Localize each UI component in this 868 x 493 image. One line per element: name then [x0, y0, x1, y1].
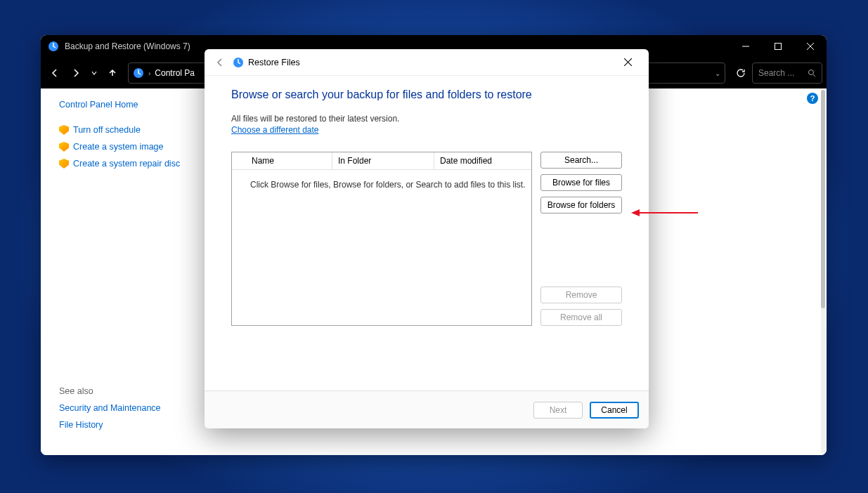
search-button[interactable]: Search...	[540, 152, 622, 169]
minimize-button[interactable]	[730, 35, 762, 58]
sidebar-item-turn-off-schedule[interactable]: Turn off schedule	[59, 125, 197, 135]
see-also-file-history[interactable]: File History	[59, 420, 161, 430]
backup-restore-icon	[133, 67, 144, 79]
search-input[interactable]: Search ...	[752, 63, 822, 84]
breadcrumb-text: Control Pa	[155, 68, 195, 78]
choose-different-date-link[interactable]: Choose a different date	[231, 125, 622, 135]
restore-files-dialog: Restore Files Browse or search your back…	[205, 49, 649, 428]
browse-folders-button[interactable]: Browse for folders	[540, 197, 622, 213]
next-button: Next	[533, 402, 583, 419]
help-icon[interactable]: ?	[807, 93, 818, 104]
file-list-empty-text: Click Browse for files, Browse for folde…	[232, 170, 531, 195]
restore-files-icon	[233, 57, 244, 68]
dialog-back-button[interactable]	[212, 54, 228, 71]
dialog-title: Restore Files	[248, 58, 300, 67]
column-in-folder[interactable]: In Folder	[332, 152, 434, 169]
svg-rect-2	[775, 44, 782, 50]
window-title: Backup and Restore (Windows 7)	[65, 41, 190, 51]
dialog-heading: Browse or search your backup for files a…	[231, 88, 622, 101]
control-panel-home-link[interactable]: Control Panel Home	[59, 100, 197, 110]
svg-point-6	[809, 70, 814, 75]
scrollbar[interactable]	[821, 90, 825, 454]
see-also-heading: See also	[59, 386, 161, 396]
cancel-button[interactable]: Cancel	[590, 402, 639, 419]
dialog-info-text: All files will be restored to their late…	[231, 114, 622, 124]
sidebar: Control Panel Home Turn off schedule Cre…	[41, 88, 197, 455]
history-dropdown[interactable]	[87, 63, 101, 83]
shield-icon	[59, 125, 69, 135]
see-also-security[interactable]: Security and Maintenance	[59, 403, 161, 413]
file-list[interactable]: Name In Folder Date modified Click Brows…	[231, 152, 532, 326]
dialog-close-button[interactable]	[614, 53, 642, 72]
back-button[interactable]	[45, 63, 65, 83]
svg-line-7	[813, 74, 815, 77]
search-icon	[808, 69, 816, 77]
chevron-down-icon[interactable]: ⌄	[715, 70, 720, 77]
remove-all-button: Remove all	[540, 309, 622, 326]
column-name[interactable]: Name	[232, 152, 332, 169]
sidebar-item-create-repair-disc[interactable]: Create a system repair disc	[59, 159, 197, 169]
column-date-modified[interactable]: Date modified	[434, 152, 531, 169]
close-button[interactable]	[794, 35, 827, 58]
sidebar-item-create-system-image[interactable]: Create a system image	[59, 142, 197, 152]
refresh-button[interactable]	[731, 63, 751, 83]
remove-button: Remove	[540, 287, 622, 303]
shield-icon	[59, 159, 69, 169]
forward-button[interactable]	[66, 63, 86, 83]
backup-restore-icon	[48, 41, 59, 52]
shield-icon	[59, 142, 69, 152]
browse-files-button[interactable]: Browse for files	[540, 174, 622, 191]
maximize-button[interactable]	[762, 35, 794, 58]
up-button[interactable]	[103, 63, 122, 83]
